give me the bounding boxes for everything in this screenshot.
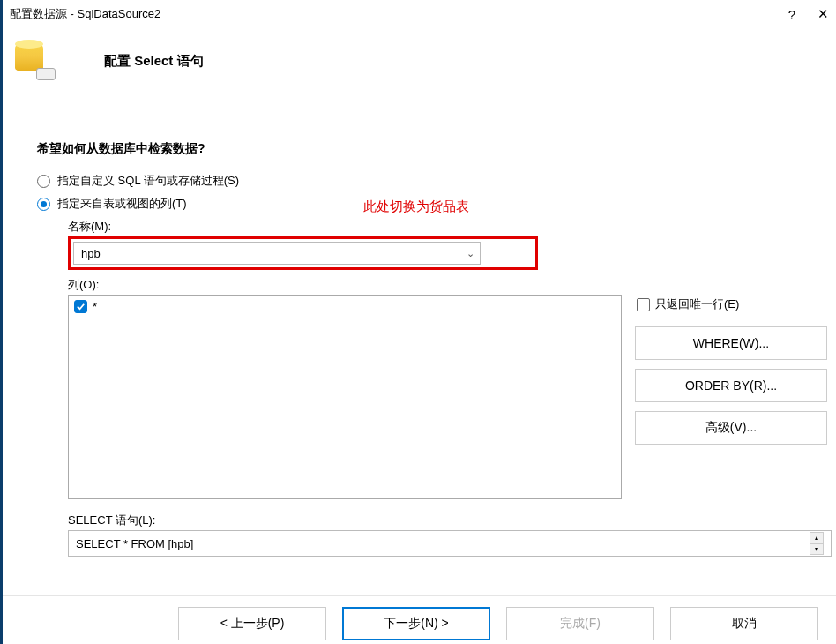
radio-label: 指定来自表或视图的列(T): [57, 196, 187, 212]
database-icon: [13, 40, 56, 82]
radio-custom-sql[interactable]: 指定自定义 SQL 语句或存储过程(S): [37, 173, 827, 189]
checkbox-empty-icon: [637, 298, 650, 311]
select-section: SELECT 语句(L): SELECT * FROM [hpb] ▴ ▾: [68, 513, 827, 557]
titlebar: 配置数据源 - SqlDataSource2 ? ✕: [3, 0, 836, 28]
name-label: 名称(M):: [68, 219, 827, 235]
select-statement-label: SELECT 语句(L):: [68, 513, 827, 528]
right-panel: 只返回唯一行(E) WHERE(W)... ORDER BY(R)... 高级(…: [635, 295, 827, 445]
close-icon[interactable]: ✕: [817, 6, 829, 22]
page-title: 配置 Select 语句: [104, 53, 204, 70]
finish-button: 完成(F): [506, 607, 654, 640]
name-field-wrap: 名称(M): hpb ⌄: [68, 219, 827, 270]
select-statement-box: SELECT * FROM [hpb] ▴ ▾: [68, 530, 832, 557]
wizard-footer: < 上一步(P) 下一步(N) > 完成(F) 取消: [3, 595, 836, 644]
titlebar-controls: ? ✕: [788, 6, 829, 22]
annotation-text: 此处切换为货品表: [363, 198, 469, 215]
where-button[interactable]: WHERE(W)...: [635, 326, 827, 360]
content-area: 希望如何从数据库中检索数据? 指定自定义 SQL 语句或存储过程(S) 指定来自…: [37, 141, 827, 557]
only-one-row-checkbox[interactable]: 只返回唯一行(E): [635, 295, 827, 318]
scroll-down-icon[interactable]: ▾: [810, 543, 824, 555]
select-statement-value: SELECT * FROM [hpb]: [76, 537, 193, 550]
prev-button[interactable]: < 上一步(P): [178, 607, 326, 640]
chevron-down-icon: ⌄: [467, 248, 474, 259]
advanced-button[interactable]: 高级(V)...: [635, 411, 827, 445]
only-one-row-label: 只返回唯一行(E): [655, 296, 739, 312]
scroll-up-icon[interactable]: ▴: [810, 532, 824, 543]
scroll-buttons: ▴ ▾: [810, 532, 824, 555]
columns-listbox[interactable]: *: [68, 295, 622, 499]
dropdown-value: hpb: [81, 247, 101, 260]
radio-icon: [37, 175, 50, 188]
cancel-button[interactable]: 取消: [670, 607, 818, 640]
next-button[interactable]: 下一步(N) >: [342, 607, 490, 640]
help-icon[interactable]: ?: [788, 7, 795, 22]
radio-label: 指定自定义 SQL 语句或存储过程(S): [57, 173, 239, 189]
orderby-button[interactable]: ORDER BY(R)...: [635, 369, 827, 402]
checkbox-checked-icon: [74, 300, 87, 313]
columns-label: 列(O):: [68, 277, 827, 293]
table-dropdown[interactable]: hpb ⌄: [73, 242, 481, 265]
window-title: 配置数据源 - SqlDataSource2: [10, 6, 788, 22]
columns-area: 列(O): * 只返回唯一行(E) WHERE(W)... ORDER BY(R…: [68, 277, 827, 499]
dialog-header: 配置 Select 语句: [13, 40, 204, 82]
question-label: 希望如何从数据库中检索数据?: [37, 141, 827, 157]
annotation-highlight-box: hpb ⌄: [68, 236, 538, 270]
radio-icon-checked: [37, 198, 50, 211]
column-item-label: *: [93, 300, 97, 313]
left-edge: [0, 0, 3, 644]
column-item-star[interactable]: *: [72, 299, 617, 314]
main-row: * 只返回唯一行(E) WHERE(W)... ORDER BY(R)... 高…: [68, 295, 827, 499]
